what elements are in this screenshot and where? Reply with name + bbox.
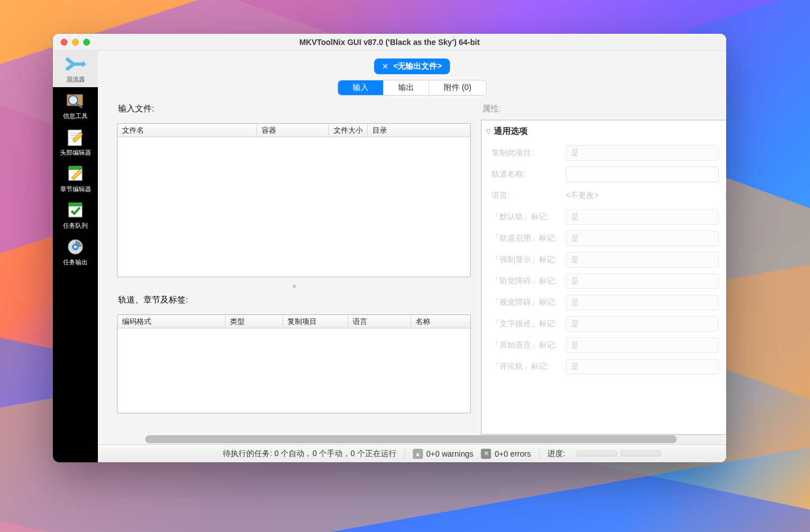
sidebar-item-job-queue[interactable]: 任务队列 [53, 197, 98, 233]
tabs: 输入 输出 附件 (0) [338, 80, 487, 96]
close-icon[interactable]: ✕ [382, 62, 389, 71]
properties-panel: ▽ 通用选项 复制此项目: 是 轨道名称: 语言: [481, 120, 726, 435]
prop-original-lang-flag: 「原始语言」标记: 是 [486, 335, 721, 356]
table-header: 编码格式 类型 复制项目 语言 名称 [118, 315, 470, 328]
zoom-window-button[interactable] [83, 39, 90, 46]
copy-item-select[interactable]: 是 [566, 145, 719, 161]
enabled-flag-select[interactable]: 是 [566, 231, 719, 246]
sidebar-item-multiplexer[interactable]: 混流器 [53, 51, 98, 87]
status-bar: 待执行的任务: 0 个自动，0 个手动，0 个正在运行 ▲ 0+0 warnin… [98, 444, 726, 462]
language-select[interactable]: <不更改> [566, 188, 719, 204]
status-errors[interactable]: ✕ 0+0 errors [481, 449, 530, 459]
status-progress-label: 进度: [547, 449, 565, 459]
warning-icon: ▲ [413, 449, 423, 459]
tracks-table[interactable]: 编码格式 类型 复制项目 语言 名称 [117, 314, 471, 413]
header-editor-icon [65, 127, 86, 147]
status-queue: 待执行的任务: 0 个自动，0 个手动，0 个正在运行 [223, 449, 397, 459]
col-copy[interactable]: 复制项目 [283, 315, 348, 328]
text-desc-flag-select[interactable]: 是 [566, 316, 719, 332]
chevron-down-icon: ▽ [486, 128, 490, 135]
col-language[interactable]: 语言 [348, 315, 411, 328]
table-body-empty[interactable] [118, 328, 470, 413]
properties-label: 属性: [481, 103, 726, 120]
col-type[interactable]: 类型 [226, 315, 283, 328]
table-body-empty[interactable] [118, 137, 470, 277]
minimize-window-button[interactable] [72, 39, 79, 46]
sidebar-item-info-tool[interactable]: 信息工具 [53, 87, 98, 124]
col-codec[interactable]: 编码格式 [118, 315, 226, 328]
chapter-editor-icon [65, 164, 86, 184]
col-name[interactable]: 名称 [411, 315, 470, 328]
status-warnings[interactable]: ▲ 0+0 warnings [413, 449, 474, 459]
sidebar-item-label: 头部编辑器 [60, 149, 91, 157]
sidebar-item-header-editor[interactable]: 头部编辑器 [53, 124, 98, 160]
sidebar-item-label: 任务输出 [63, 259, 88, 267]
tab-attachments[interactable]: 附件 (0) [429, 80, 486, 95]
horizontal-scrollbar[interactable] [145, 435, 723, 444]
svg-rect-10 [69, 202, 82, 206]
svg-rect-8 [69, 166, 82, 170]
tab-output[interactable]: 输出 [384, 80, 429, 95]
commentary-flag-select[interactable]: 是 [566, 359, 719, 375]
default-flag-select[interactable]: 是 [566, 209, 719, 225]
scrollbar-thumb[interactable] [145, 435, 677, 443]
titlebar: MKVToolNix GUI v87.0 ('Black as the Sky'… [53, 34, 726, 51]
track-name-input[interactable] [566, 166, 719, 182]
job-output-icon [65, 237, 86, 257]
tab-input[interactable]: 输入 [338, 80, 384, 95]
chip-label: <无输出文件> [393, 61, 442, 71]
prop-forced-flag: 「强制显示」标记: 是 [486, 249, 721, 270]
sidebar-item-label: 任务队列 [63, 222, 88, 230]
splitter-handle[interactable] [117, 284, 471, 288]
sidebar-item-label: 信息工具 [63, 112, 88, 120]
prop-hearing-flag: 「听觉障碍」标记: 是 [486, 270, 721, 292]
prop-enabled-flag: 「轨道启用」标记: 是 [486, 228, 721, 249]
sidebar-item-label: 混流器 [66, 76, 85, 84]
multiplexer-icon [65, 54, 86, 74]
sidebar-item-chapter-editor[interactable]: 章节编辑器 [53, 160, 98, 197]
progress-bar-2 [620, 450, 661, 457]
col-directory[interactable]: 目录 [368, 124, 470, 137]
progress-bar-1 [577, 450, 617, 457]
table-header: 文件名 容器 文件大小 目录 [118, 124, 470, 137]
prop-visual-flag: 「视觉障碍」标记: 是 [486, 292, 721, 313]
sidebar-item-label: 章节编辑器 [60, 186, 91, 193]
forced-flag-select[interactable]: 是 [566, 252, 719, 268]
tracks-label: 轨道、章节及标签: [117, 295, 471, 308]
tool-sidebar: 混流器 信息工具 头部编辑器 章节编辑器 [53, 51, 98, 462]
output-file-chip[interactable]: ✕ <无输出文件> [374, 58, 449, 74]
window-title: MKVToolNix GUI v87.0 ('Black as the Sky'… [299, 38, 480, 47]
prop-text-desc-flag: 「文字描述」标记: 是 [486, 313, 721, 335]
properties-group-general[interactable]: ▽ 通用选项 [486, 125, 721, 142]
app-window: MKVToolNix GUI v87.0 ('Black as the Sky'… [53, 34, 726, 462]
job-queue-icon [65, 200, 86, 220]
prop-track-name: 轨道名称: [486, 164, 721, 185]
input-files-label: 输入文件: [117, 103, 471, 116]
visual-flag-select[interactable]: 是 [566, 295, 719, 310]
edit-language-button[interactable]: ✎ [726, 189, 726, 202]
hearing-flag-select[interactable]: 是 [566, 273, 719, 289]
prop-copy-item: 复制此项目: 是 [486, 142, 721, 164]
original-lang-flag-select[interactable]: 是 [566, 337, 719, 353]
prop-language: 语言: <不更改> ✎ [486, 185, 721, 206]
error-icon: ✕ [481, 449, 491, 459]
close-window-button[interactable] [61, 39, 68, 46]
col-container[interactable]: 容器 [257, 124, 329, 137]
input-files-table[interactable]: 文件名 容器 文件大小 目录 [117, 123, 471, 277]
col-filename[interactable]: 文件名 [118, 124, 257, 137]
prop-default-flag: 「默认轨」标记: 是 [486, 206, 721, 228]
svg-point-1 [69, 96, 78, 105]
sidebar-item-job-output[interactable]: 任务输出 [53, 233, 98, 270]
col-size[interactable]: 文件大小 [329, 124, 368, 137]
prop-commentary-flag: 「评论轨」标记: 是 [486, 356, 721, 377]
info-tool-icon [65, 91, 86, 111]
